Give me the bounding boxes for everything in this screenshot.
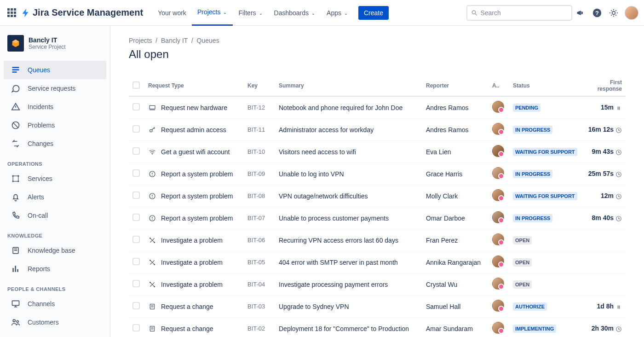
notifications-icon[interactable] bbox=[572, 5, 589, 21]
assignee-avatar[interactable] bbox=[492, 167, 504, 179]
sidebar-item-changes[interactable]: Changes bbox=[4, 134, 106, 153]
assignee-avatar[interactable] bbox=[492, 322, 504, 334]
reporter-name[interactable]: Grace Harris bbox=[422, 163, 489, 185]
sidebar-item-services[interactable]: Services bbox=[4, 169, 106, 188]
project-header[interactable]: Bancly IT Service Project bbox=[0, 35, 110, 61]
row-checkbox[interactable] bbox=[132, 192, 140, 199]
nav-dashboards[interactable]: Dashboards bbox=[269, 0, 322, 26]
assignee-avatar[interactable] bbox=[492, 145, 504, 157]
col-status[interactable]: Status bbox=[509, 76, 582, 96]
sidebar-item-knowledge-base[interactable]: Knowledge base bbox=[4, 241, 106, 260]
row-checkbox[interactable] bbox=[132, 324, 140, 331]
summary-text[interactable]: Notebook and phone required for John Doe bbox=[275, 96, 422, 119]
sidebar-item-incidents[interactable]: Incidents bbox=[4, 98, 106, 116]
issue-key[interactable]: BIT-11 bbox=[244, 119, 275, 141]
search-box[interactable] bbox=[466, 5, 572, 21]
settings-icon[interactable] bbox=[605, 5, 622, 21]
issue-key[interactable]: BIT-08 bbox=[244, 185, 275, 207]
reporter-name[interactable]: Andres Ramos bbox=[422, 96, 489, 119]
issue-key[interactable]: BIT-06 bbox=[244, 229, 275, 251]
assignee-avatar[interactable] bbox=[492, 278, 504, 290]
summary-text[interactable]: Upgrade to Sydney VPN bbox=[275, 296, 422, 318]
reporter-name[interactable]: Fran Perez bbox=[422, 229, 489, 251]
col-request-type[interactable]: Request Type bbox=[144, 76, 244, 96]
table-row[interactable]: Request admin access BIT-11 Administrato… bbox=[129, 119, 626, 141]
help-icon[interactable] bbox=[589, 5, 605, 21]
summary-text[interactable]: 404 error with SMTP server in past month bbox=[275, 251, 422, 273]
search-input[interactable] bbox=[480, 9, 568, 17]
issue-key[interactable]: BIT-05 bbox=[244, 251, 275, 273]
status-badge[interactable]: PENDING bbox=[513, 104, 540, 112]
status-badge[interactable]: WAITING FOR SUPPORT bbox=[513, 192, 577, 200]
col-assignee[interactable]: A.. bbox=[489, 76, 509, 96]
status-badge[interactable]: WAITING FOR SUPPORT bbox=[513, 148, 577, 156]
breadcrumb-queues[interactable]: Queues bbox=[197, 37, 219, 44]
sidebar-item-queues[interactable]: Queues bbox=[4, 61, 106, 79]
breadcrumb-projects[interactable]: Projects bbox=[129, 37, 152, 44]
table-row[interactable]: Report a system problem BIT-09 Unable to… bbox=[129, 163, 626, 185]
app-switcher-icon[interactable] bbox=[7, 8, 16, 17]
assignee-avatar[interactable] bbox=[492, 300, 504, 312]
sidebar-item-service-requests[interactable]: Service requests bbox=[4, 79, 106, 98]
col-key[interactable]: Key bbox=[244, 76, 275, 96]
assignee-avatar[interactable] bbox=[492, 189, 504, 201]
issue-key[interactable]: BIT-07 bbox=[244, 207, 275, 229]
reporter-name[interactable]: Amar Sundaram bbox=[422, 318, 489, 337]
table-row[interactable]: Investigate a problem BIT-06 Recurring V… bbox=[129, 229, 626, 251]
assignee-avatar[interactable] bbox=[492, 233, 504, 245]
table-row[interactable]: Request a change BIT-03 Upgrade to Sydne… bbox=[129, 296, 626, 318]
row-checkbox[interactable] bbox=[132, 169, 140, 177]
product-logo[interactable]: Jira Service Management bbox=[21, 7, 143, 18]
summary-text[interactable]: Deployment 18 for "Commerce" to Producti… bbox=[275, 318, 422, 337]
col-summary[interactable]: Summary bbox=[275, 76, 422, 96]
status-badge[interactable]: IMPLEMENTING bbox=[513, 325, 556, 333]
nav-projects[interactable]: Projects bbox=[192, 0, 233, 26]
row-checkbox[interactable] bbox=[132, 236, 140, 243]
row-checkbox[interactable] bbox=[132, 302, 140, 309]
col-reporter[interactable]: Reporter bbox=[422, 76, 489, 96]
table-row[interactable]: Request new hardware BIT-12 Notebook and… bbox=[129, 96, 626, 119]
reporter-name[interactable]: Molly Clark bbox=[422, 185, 489, 207]
row-checkbox[interactable] bbox=[132, 147, 140, 155]
table-row[interactable]: Investigate a problem BIT-04 Investigate… bbox=[129, 273, 626, 296]
summary-text[interactable]: Administrator access for workday bbox=[275, 119, 422, 141]
assignee-avatar[interactable] bbox=[492, 101, 504, 113]
issue-key[interactable]: BIT-02 bbox=[244, 318, 275, 337]
nav-filters[interactable]: Filters bbox=[233, 0, 268, 26]
issue-key[interactable]: BIT-09 bbox=[244, 163, 275, 185]
summary-text[interactable]: Recurring VPN access errors last 60 days bbox=[275, 229, 422, 251]
breadcrumb-project-name[interactable]: Bancly IT bbox=[161, 37, 188, 44]
status-badge[interactable]: IN PROGRESS bbox=[513, 170, 552, 178]
sidebar-item-channels[interactable]: Channels bbox=[4, 295, 106, 313]
table-row[interactable]: Report a system problem BIT-08 VPN outag… bbox=[129, 185, 626, 207]
row-checkbox[interactable] bbox=[132, 214, 140, 221]
assignee-avatar[interactable] bbox=[492, 211, 504, 223]
assignee-avatar[interactable] bbox=[492, 123, 504, 135]
row-checkbox[interactable] bbox=[132, 125, 140, 133]
sidebar-item-reports[interactable]: Reports bbox=[4, 260, 106, 278]
status-badge[interactable]: OPEN bbox=[513, 258, 532, 267]
issue-key[interactable]: BIT-10 bbox=[244, 141, 275, 163]
nav-apps[interactable]: Apps bbox=[321, 0, 354, 26]
reporter-name[interactable]: Annika Rangarajan bbox=[422, 251, 489, 273]
summary-text[interactable]: Investigate processing payment errors bbox=[275, 273, 422, 296]
col-first-response[interactable]: First response bbox=[582, 76, 626, 96]
issue-key[interactable]: BIT-12 bbox=[244, 96, 275, 119]
issue-key[interactable]: BIT-03 bbox=[244, 296, 275, 318]
issue-key[interactable]: BIT-04 bbox=[244, 273, 275, 296]
table-row[interactable]: Report a system problem BIT-07 Unable to… bbox=[129, 207, 626, 229]
table-row[interactable]: Request a change BIT-02 Deployment 18 fo… bbox=[129, 318, 626, 337]
reporter-name[interactable]: Omar Darboe bbox=[422, 207, 489, 229]
sidebar-item-problems[interactable]: Problems bbox=[4, 116, 106, 134]
profile-avatar[interactable] bbox=[625, 6, 638, 20]
row-checkbox[interactable] bbox=[132, 280, 140, 287]
create-button[interactable]: Create bbox=[358, 6, 389, 20]
row-checkbox[interactable] bbox=[132, 103, 140, 110]
reporter-name[interactable]: Samuel Hall bbox=[422, 296, 489, 318]
reporter-name[interactable]: Crystal Wu bbox=[422, 273, 489, 296]
status-badge[interactable]: AUTHORIZE bbox=[513, 302, 547, 311]
status-badge[interactable]: OPEN bbox=[513, 280, 532, 289]
reporter-name[interactable]: Eva Lien bbox=[422, 141, 489, 163]
table-row[interactable]: Get a guest wifi account BIT-10 Visitors… bbox=[129, 141, 626, 163]
summary-text[interactable]: Visitors need access to wifi bbox=[275, 141, 422, 163]
